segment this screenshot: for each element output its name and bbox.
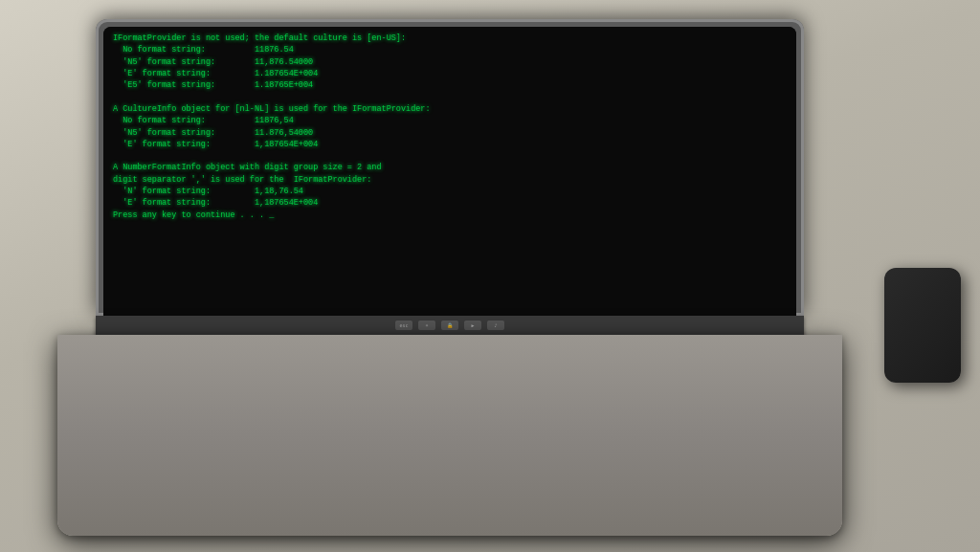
touchbar-vol: ♪ [487,320,504,330]
touchbar-media: ▶ [464,320,481,330]
touchbar: esc ☀ 🔒 ▶ ♪ [96,316,804,335]
black-device [884,268,961,383]
keyboard-base: ~ 1 2 3 4 5 6 7 8 9 0 - = delete [57,335,842,536]
screen-display: IFormatProvider is not used; the default… [103,27,796,316]
screen-bezel: IFormatProvider is not used; the default… [103,27,796,316]
laptop: IFormatProvider is not used; the default… [57,19,842,536]
touchbar-brightness: ☀ [418,320,435,330]
terminal-output: IFormatProvider is not used; the default… [113,33,791,316]
touchbar-lock: 🔒 [441,320,458,330]
scene: IFormatProvider is not used; the default… [0,0,980,552]
touchbar-esc: esc [395,320,412,330]
screen-lid: IFormatProvider is not used; the default… [96,19,804,316]
